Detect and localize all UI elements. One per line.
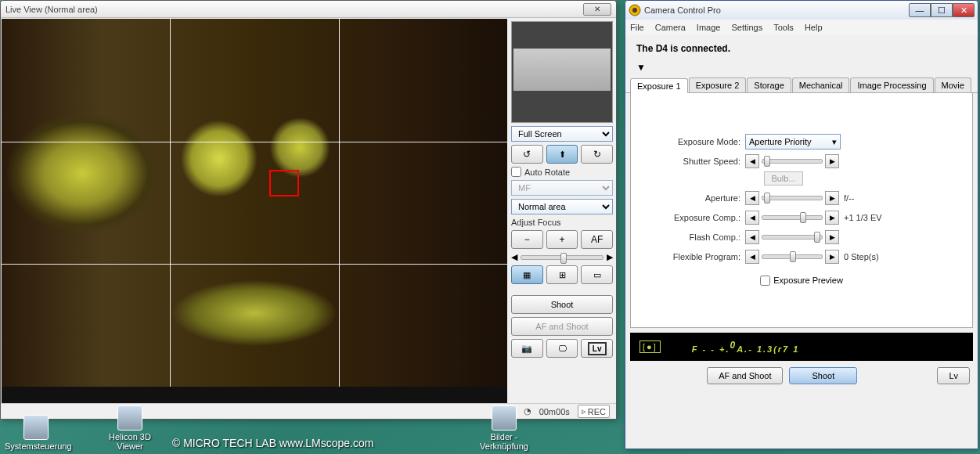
camera-mode-button[interactable]: 📷 (511, 339, 543, 358)
desktop-icon-systemsteuerung[interactable]: Systemsteuerung (5, 415, 67, 451)
shoot-button[interactable]: Shoot (511, 295, 613, 314)
record-button[interactable]: ▹REC (578, 405, 610, 418)
exposure-preview-checkbox[interactable] (760, 276, 770, 286)
tab-image-processing[interactable]: Image Processing (850, 77, 933, 92)
focus-plus-button[interactable]: + (546, 230, 578, 249)
focus-mode-select[interactable]: MF (511, 180, 613, 196)
shutter-inc-button[interactable]: ▶ (825, 154, 839, 168)
shoot-button[interactable]: Shoot (789, 367, 857, 384)
app-icon (629, 4, 641, 16)
expcomp-value: +1 1/3 EV (844, 213, 882, 222)
expcomp-inc-button[interactable]: ▶ (825, 211, 839, 225)
ccp-titlebar[interactable]: Camera Control Pro — ☐ ✕ (625, 1, 978, 20)
flexprog-dec-button[interactable]: ◀ (745, 250, 759, 264)
focus-left-icon[interactable]: ◀ (511, 252, 517, 262)
grid-view-button[interactable]: ▦ (511, 265, 543, 284)
af-button[interactable]: AF (581, 230, 613, 249)
live-view-titlebar[interactable]: Live View (Normal area) ✕ (1, 1, 616, 18)
monitor-mode-button[interactable]: 🖵 (546, 339, 578, 358)
flexprog-slider[interactable] (762, 254, 823, 259)
flex-program-label: Flexible Program: (643, 252, 745, 261)
lv-toggle-button[interactable]: Lv (581, 339, 613, 358)
bulb-button[interactable]: Bulb... (764, 171, 803, 186)
rotate-ccw-button[interactable]: ↺ (511, 145, 543, 164)
timer-value: 00m00s (539, 407, 570, 416)
flexprog-value: 0 Step(s) (844, 252, 879, 261)
focus-slider[interactable] (521, 255, 603, 260)
thumbnail-preview[interactable] (511, 21, 613, 123)
disclosure-triangle[interactable]: ▼ (625, 62, 978, 77)
auto-rotate-label: Auto Rotate (524, 168, 570, 177)
lv-button[interactable]: Lv (937, 367, 970, 384)
desktop-icon-bilder[interactable]: Bilder - Verknüpfung (473, 405, 535, 451)
shutter-slider[interactable] (762, 159, 823, 164)
desktop-icon-helicon[interactable]: Helicon 3D Viewer (99, 405, 161, 451)
fit-icon: ▭ (593, 270, 601, 280)
focus-right-icon[interactable]: ▶ (607, 252, 613, 262)
exposure-panel: Exposure Mode: Aperture Priority▾ Shutte… (630, 93, 973, 328)
rotate-cw-button[interactable]: ↻ (581, 145, 613, 164)
fullscreen-select[interactable]: Full Screen (511, 126, 613, 142)
flashcomp-inc-button[interactable]: ▶ (825, 230, 839, 244)
aperture-inc-button[interactable]: ▶ (825, 191, 839, 205)
ccp-title: Camera Control Pro (644, 5, 721, 15)
live-view-window: Live View (Normal area) ✕ Full Screen ↺ … (0, 0, 617, 420)
control-panel-icon (23, 415, 49, 440)
upload-button[interactable]: ⬆ (546, 145, 578, 164)
minimize-button[interactable]: — (909, 3, 931, 17)
tab-storage[interactable]: Storage (747, 77, 791, 92)
fit-view-button[interactable]: ▭ (581, 265, 613, 284)
menu-file[interactable]: File (630, 23, 644, 32)
tab-movie[interactable]: Movie (935, 77, 971, 92)
aperture-dec-button[interactable]: ◀ (745, 191, 759, 205)
menu-image[interactable]: Image (697, 23, 721, 32)
grid-line (2, 264, 507, 265)
menu-camera[interactable]: Camera (655, 23, 686, 32)
grid-icon: ▦ (523, 270, 531, 280)
aperture-value: f/-- (844, 193, 854, 203)
monitor-icon: 🖵 (558, 344, 567, 353)
pictures-icon (492, 405, 517, 431)
rec-icon: ▹ (582, 406, 586, 416)
close-button[interactable]: ✕ (583, 3, 611, 16)
histogram-icon: ⊞ (559, 270, 566, 280)
ccp-tabs: Exposure 1 Exposure 2 Storage Mechanical… (625, 77, 978, 93)
tab-exposure1[interactable]: Exposure 1 (630, 78, 688, 93)
expcomp-dec-button[interactable]: ◀ (745, 211, 759, 225)
shutter-speed-label: Shutter Speed: (643, 157, 745, 166)
shutter-dec-button[interactable]: ◀ (745, 154, 759, 168)
maximize-button[interactable]: ☐ (931, 3, 953, 17)
close-button[interactable]: ✕ (953, 3, 975, 17)
aperture-slider[interactable] (762, 196, 823, 200)
ccp-bottom-bar: AF and Shoot Shoot Lv (625, 361, 978, 391)
focus-rectangle[interactable] (269, 170, 299, 196)
helicon-icon (117, 405, 142, 431)
exposure-comp-label: Exposure Comp.: (643, 213, 745, 222)
af-and-shoot-button[interactable]: AF and Shoot (511, 317, 613, 336)
camera-icon: 📷 (521, 344, 532, 354)
live-view-image-area[interactable] (2, 19, 507, 405)
menu-tools[interactable]: Tools (773, 23, 794, 32)
specimen-image (2, 19, 507, 387)
flashcomp-slider[interactable] (762, 235, 823, 240)
camera-control-pro-window: Camera Control Pro — ☐ ✕ File Camera Ima… (625, 0, 978, 449)
chevron-down-icon: ▾ (832, 137, 837, 147)
flexprog-inc-button[interactable]: ▶ (825, 250, 839, 264)
flash-comp-label: Flash Comp.: (643, 232, 745, 242)
expcomp-slider[interactable] (762, 215, 823, 220)
upload-icon: ⬆ (559, 150, 566, 160)
flashcomp-dec-button[interactable]: ◀ (745, 230, 759, 244)
focus-minus-button[interactable]: − (511, 230, 543, 249)
grid-line (2, 142, 507, 142)
auto-rotate-checkbox[interactable] (511, 167, 521, 177)
tab-exposure2[interactable]: Exposure 2 (689, 77, 747, 92)
area-select[interactable]: Normal area (511, 199, 613, 214)
tab-mechanical[interactable]: Mechanical (792, 77, 850, 92)
watermark-text: © MICRO TECH LAB www.LMscope.com (172, 437, 373, 449)
exposure-mode-select[interactable]: Aperture Priority▾ (745, 134, 841, 150)
menu-settings[interactable]: Settings (731, 23, 762, 32)
ccp-menubar: File Camera Image Settings Tools Help (625, 20, 978, 35)
af-and-shoot-button[interactable]: AF and Shoot (707, 367, 783, 384)
histogram-button[interactable]: ⊞ (546, 265, 578, 284)
menu-help[interactable]: Help (805, 23, 823, 32)
